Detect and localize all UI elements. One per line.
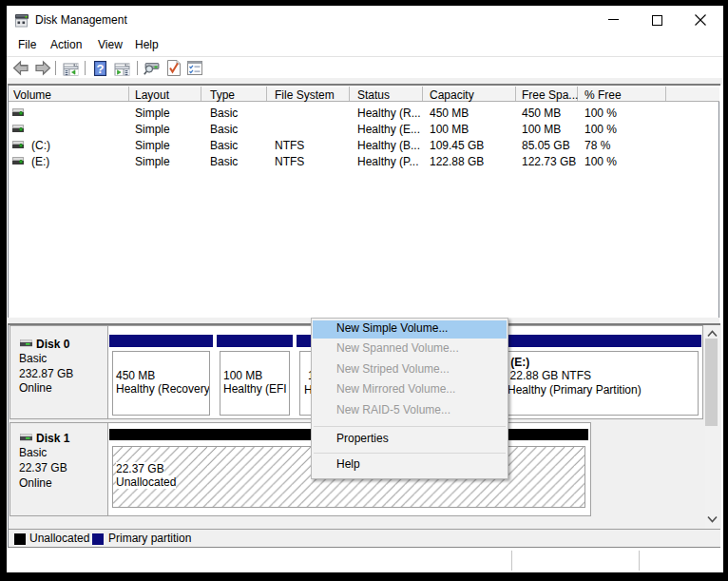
svg-text:?: ? (97, 62, 105, 76)
